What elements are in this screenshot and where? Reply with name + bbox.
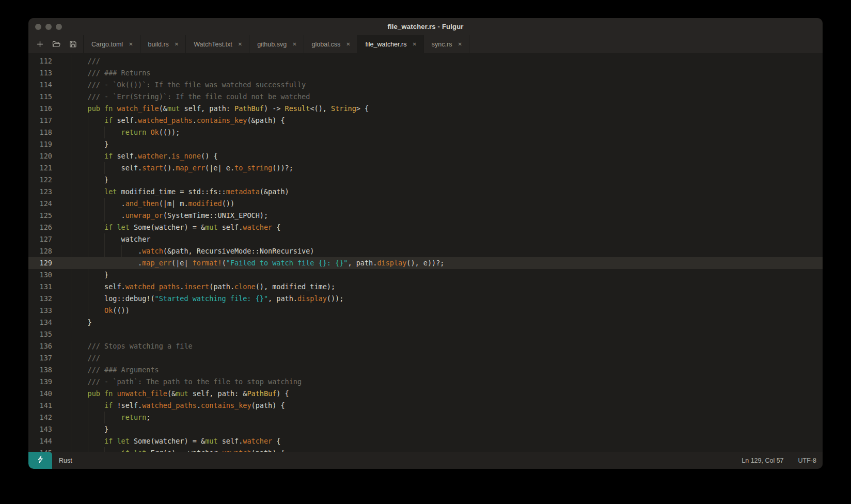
code-text: /// xyxy=(71,352,823,364)
tab-file_watcher.rs[interactable]: file_watcher.rs✕ xyxy=(357,35,423,53)
tab-close-icon[interactable]: ✕ xyxy=(129,41,133,47)
lightning-icon xyxy=(37,455,44,465)
line-number: 120 xyxy=(28,150,52,162)
line-number: 126 xyxy=(28,222,52,233)
close-window-button[interactable] xyxy=(35,24,41,30)
code-text: if self.watched_paths.contains_key(&path… xyxy=(71,115,823,127)
title-bar: file_watcher.rs - Fulgur xyxy=(28,18,823,35)
tab-sync.rs[interactable]: sync.rs✕ xyxy=(423,35,469,53)
code-line[interactable]: 134 } xyxy=(28,317,823,328)
tab-label: file_watcher.rs xyxy=(366,41,407,48)
code-text: /// - `path`: The path to the file to st… xyxy=(71,376,823,388)
line-number: 144 xyxy=(28,435,52,447)
line-number: 123 xyxy=(28,186,52,198)
code-text: } xyxy=(71,138,823,150)
code-line[interactable]: 112 /// xyxy=(28,55,823,67)
code-line[interactable]: 141 if !self.watched_paths.contains_key(… xyxy=(28,400,823,412)
code-line[interactable]: 144 if let Some(watcher) = &mut self.wat… xyxy=(28,435,823,447)
code-line[interactable]: 125 .unwrap_or(SystemTime::UNIX_EPOCH); xyxy=(28,210,823,222)
code-line[interactable]: 140 pub fn unwatch_file(&mut self, path:… xyxy=(28,388,823,400)
code-text: } xyxy=(71,423,823,435)
code-text: } xyxy=(71,174,823,186)
tab-close-icon[interactable]: ✕ xyxy=(292,41,296,47)
line-number: 121 xyxy=(28,162,52,174)
code-line[interactable]: 143 } xyxy=(28,423,823,435)
code-text: let modified_time = std::fs::metadata(&p… xyxy=(71,186,823,198)
code-line[interactable]: 124 .and_then(|m| m.modified()) xyxy=(28,198,823,210)
code-text: if self.watcher.is_none() { xyxy=(71,150,823,162)
window-title: file_watcher.rs - Fulgur xyxy=(387,23,463,30)
code-line[interactable]: 127 watcher xyxy=(28,233,823,245)
line-number: 113 xyxy=(28,67,52,79)
code-text: pub fn watch_file(&mut self, path: PathB… xyxy=(71,103,823,115)
code-editor[interactable]: 112 ///113 /// ### Returns114 /// - `Ok(… xyxy=(28,53,823,452)
code-text: pub fn unwatch_file(&mut self, path: &Pa… xyxy=(71,388,823,400)
tab-close-icon[interactable]: ✕ xyxy=(238,41,242,47)
language-label[interactable]: Rust xyxy=(59,457,72,464)
tab-github.svg[interactable]: github.svg✕ xyxy=(249,35,303,53)
line-number: 114 xyxy=(28,79,52,91)
code-line[interactable]: 122 } xyxy=(28,174,823,186)
tab-Cargo.toml[interactable]: Cargo.toml✕ xyxy=(83,35,140,53)
code-line[interactable]: 128 .watch(&path, RecursiveMode::NonRecu… xyxy=(28,245,823,257)
code-line[interactable]: 115 /// - `Err(String)`: If the file cou… xyxy=(28,91,823,103)
minimize-window-button[interactable] xyxy=(45,24,52,30)
code-line[interactable]: 137 /// xyxy=(28,352,823,364)
open-folder-icon[interactable] xyxy=(49,38,64,51)
line-number: 125 xyxy=(28,210,52,222)
tab-WatchTest.txt[interactable]: WatchTest.txt✕ xyxy=(185,35,249,53)
code-line[interactable]: 126 if let Some(watcher) = &mut self.wat… xyxy=(28,222,823,233)
code-text xyxy=(71,328,823,340)
code-line[interactable]: 123 let modified_time = std::fs::metadat… xyxy=(28,186,823,198)
maximize-window-button[interactable] xyxy=(56,24,62,30)
code-line[interactable]: 132 log::debug!("Started watching file: … xyxy=(28,293,823,305)
line-number: 136 xyxy=(28,340,52,352)
line-number: 128 xyxy=(28,245,52,257)
code-line[interactable]: 116 pub fn watch_file(&mut self, path: P… xyxy=(28,103,823,115)
save-icon[interactable] xyxy=(66,38,80,51)
code-line[interactable]: 136 /// Stops watching a file xyxy=(28,340,823,352)
code-line[interactable]: 139 /// - `path`: The path to the file t… xyxy=(28,376,823,388)
cursor-position[interactable]: Ln 129, Col 57 xyxy=(742,457,783,464)
code-line[interactable]: 129 .map_err(|e| format!("Failed to watc… xyxy=(28,257,823,269)
tab-build.rs[interactable]: build.rs✕ xyxy=(140,35,186,53)
line-number: 138 xyxy=(28,364,52,376)
code-line[interactable]: 138 /// ### Arguments xyxy=(28,364,823,376)
tab-close-icon[interactable]: ✕ xyxy=(346,41,350,47)
tab-close-icon[interactable]: ✕ xyxy=(175,41,179,47)
code-line[interactable]: 114 /// - `Ok(())`: If the file was watc… xyxy=(28,79,823,91)
line-number: 112 xyxy=(28,55,52,67)
code-line[interactable]: 118 return Ok(()); xyxy=(28,127,823,138)
tab-close-icon[interactable]: ✕ xyxy=(412,41,416,47)
code-text: .unwrap_or(SystemTime::UNIX_EPOCH); xyxy=(71,210,823,222)
code-line[interactable]: 135 xyxy=(28,328,823,340)
code-line[interactable]: 142 return; xyxy=(28,412,823,423)
code-text: self.start().map_err(|e| e.to_string())?… xyxy=(71,162,823,174)
code-line[interactable]: 145 if let Err(e) = watcher.unwatch(path… xyxy=(28,447,823,452)
code-line[interactable]: 120 if self.watcher.is_none() { xyxy=(28,150,823,162)
code-line[interactable]: 131 self.watched_paths.insert(path.clone… xyxy=(28,281,823,293)
new-file-icon[interactable] xyxy=(33,38,47,51)
code-text: /// Stops watching a file xyxy=(71,340,823,352)
tab-label: WatchTest.txt xyxy=(194,41,232,48)
language-badge[interactable] xyxy=(28,452,52,469)
code-text: } xyxy=(71,269,823,281)
tab-global.css[interactable]: global.css✕ xyxy=(304,35,357,53)
code-line[interactable]: 130 } xyxy=(28,269,823,281)
code-line[interactable]: 119 } xyxy=(28,138,823,150)
code-text: /// xyxy=(71,55,823,67)
encoding-label[interactable]: UTF-8 xyxy=(798,457,816,464)
code-text: return; xyxy=(71,412,823,423)
code-text: .and_then(|m| m.modified()) xyxy=(71,198,823,210)
tab-close-icon[interactable]: ✕ xyxy=(458,41,462,47)
code-text: .map_err(|e| format!("Failed to watch fi… xyxy=(71,257,823,269)
code-line[interactable]: 117 if self.watched_paths.contains_key(&… xyxy=(28,115,823,127)
line-number: 145 xyxy=(28,447,52,452)
line-number: 115 xyxy=(28,91,52,103)
code-line[interactable]: 133 Ok(()) xyxy=(28,305,823,317)
code-line[interactable]: 113 /// ### Returns xyxy=(28,67,823,79)
code-line[interactable]: 121 self.start().map_err(|e| e.to_string… xyxy=(28,162,823,174)
code-text: .watch(&path, RecursiveMode::NonRecursiv… xyxy=(71,245,823,257)
line-number: 131 xyxy=(28,281,52,293)
editor-window: file_watcher.rs - Fulgur Cargo.toml✕buil… xyxy=(28,18,823,469)
